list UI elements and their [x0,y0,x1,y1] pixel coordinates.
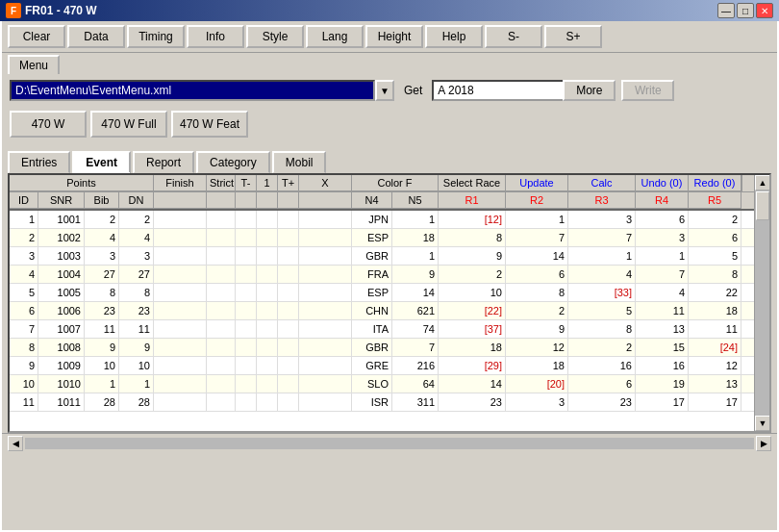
col-sub-snr: SNR [38,192,85,209]
tabs-area: Entries Event Report Category Mobil [2,143,777,173]
table-row[interactable]: 3100333GBR1914115 [10,247,769,266]
height-button[interactable]: Height [365,25,423,48]
cell [207,357,236,374]
scroll-left-button[interactable]: ◀ [8,436,23,451]
main-container: Clear Data Timing Info Style Lang Height… [0,21,779,532]
scroll-right-button[interactable]: ▶ [756,436,771,451]
cell [207,339,236,356]
vertical-scrollbar[interactable]: ▲ ▼ [754,175,769,431]
cell: 23 [119,302,154,319]
tab-entries[interactable]: Entries [8,151,70,173]
cell: 9 [85,339,119,356]
cell: [20] [506,375,568,393]
cell: 64 [392,375,439,393]
style-button[interactable]: Style [246,25,304,48]
cell [257,320,278,338]
race-buttons: 470 W 470 W Full 470 W Feat [2,105,777,143]
s-minus-button[interactable]: S- [485,25,542,48]
info-button[interactable]: Info [187,25,244,48]
cell: 28 [85,393,119,411]
cell [154,266,207,283]
file-combo-arrow[interactable]: ▼ [375,80,394,101]
help-button[interactable]: Help [425,25,483,48]
cell: 10 [10,375,38,393]
scroll-down-button[interactable]: ▼ [755,416,770,431]
cell: 9 [506,320,568,338]
cell [257,284,278,301]
col-sub-c5 [278,192,299,209]
table-scroll[interactable]: 1100122JPN1[12]13622100244ESP18877363100… [10,211,769,418]
cell: 27 [85,266,119,283]
cell: 9 [392,266,439,283]
cell: 1011 [38,393,85,411]
cell: 19 [636,375,689,393]
bottom-scrollbar[interactable]: ◀ ▶ [2,433,777,452]
cell [278,393,299,411]
write-button[interactable]: Write [621,80,674,101]
cell [207,284,236,301]
close-button[interactable]: ✕ [756,3,773,18]
tab-category[interactable]: Category [196,151,270,173]
race-btn-470w-feat[interactable]: 470 W Feat [171,111,248,138]
table-row[interactable]: 5100588ESP14108[33]422 [10,284,769,302]
table-row[interactable]: 10101011SLO6414[20]61913 [10,375,769,393]
cell: 2 [506,302,568,319]
table-row[interactable]: 610062323CHN621[22]251118 [10,302,769,320]
table-row[interactable]: 910091010GRE216[29]18161612 [10,357,769,375]
cell [299,266,352,283]
cell [299,320,352,338]
race-btn-470w[interactable]: 470 W [10,111,87,138]
cell: 1 [568,247,636,265]
s-plus-button[interactable]: S+ [544,25,602,48]
lang-button[interactable]: Lang [306,25,364,48]
cell: ESP [352,284,392,301]
data-button[interactable]: Data [67,25,125,48]
col-sub-c2 [207,192,236,209]
col-sub-c1 [154,192,207,209]
cell: 9 [10,357,38,374]
race-btn-470w-full[interactable]: 470 W Full [90,111,167,138]
col-header-points: Points [10,175,154,191]
scroll-thumb[interactable] [756,191,769,220]
table-row[interactable]: 8100899GBR71812215[24] [10,339,769,357]
cell: 621 [392,302,439,319]
cell: ISR [352,393,392,411]
cell [236,247,257,265]
clear-button[interactable]: Clear [8,25,65,48]
minimize-button[interactable]: — [717,3,735,18]
cell: 13 [636,320,689,338]
year-combo: ▼ [432,80,557,101]
cell [236,339,257,356]
table-row[interactable]: 2100244ESP1887736 [10,229,769,247]
tab-report[interactable]: Report [133,151,194,173]
cell [236,266,257,283]
cell [257,211,278,228]
scroll-track[interactable] [755,190,769,416]
cell: [12] [439,211,506,228]
file-path-input[interactable] [10,80,375,101]
cell [278,339,299,356]
cell: GBR [352,339,392,356]
table-row[interactable]: 710071111ITA74[37]981311 [10,320,769,339]
table-row[interactable]: 1110112828ISR311233231717 [10,393,769,412]
maximize-button[interactable]: □ [737,3,754,18]
table-row[interactable]: 410042727FRA926478 [10,266,769,284]
cell [257,357,278,374]
timing-button[interactable]: Timing [127,25,185,48]
cell [207,211,236,228]
cell: 17 [689,393,741,411]
menu-tab[interactable]: Menu [8,55,60,74]
cell: 1003 [38,247,85,265]
cell: 6 [636,211,689,228]
tab-mobil[interactable]: Mobil [272,151,327,173]
cell: 11 [119,320,154,338]
cell: JPN [352,211,392,228]
cell: 10 [119,357,154,374]
more-button[interactable]: More [563,80,616,101]
tab-event[interactable]: Event [72,151,131,173]
cell: 13 [689,375,741,393]
cell: GRE [352,357,392,374]
scroll-up-button[interactable]: ▲ [755,175,770,190]
h-scroll-track[interactable] [25,438,754,449]
table-row[interactable]: 1100122JPN1[12]1362 [10,211,769,229]
